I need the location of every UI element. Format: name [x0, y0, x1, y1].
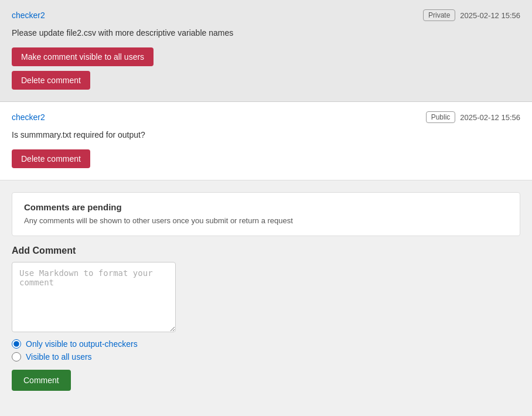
comment-date-1: 2025-02-12 15:56 [460, 11, 520, 20]
comment-actions-2: Delete comment [12, 149, 520, 168]
comment-badge-2: Public [426, 111, 456, 123]
pending-notice: Comments are pending Any comments will b… [12, 192, 520, 236]
comment-card-1: checker2 Private 2025-02-12 15:56 Please… [0, 0, 532, 102]
radio-only-checkers[interactable]: Only visible to output-checkers [12, 339, 520, 349]
comment-header-1: checker2 Private 2025-02-12 15:56 [12, 9, 520, 21]
add-comment-section: Add Comment Only visible to output-check… [0, 245, 532, 403]
radio-only-checkers-label: Only visible to output-checkers [26, 339, 138, 349]
comment-badge-1: Private [423, 9, 455, 21]
add-comment-title: Add Comment [12, 245, 520, 256]
radio-only-checkers-input[interactable] [12, 339, 21, 349]
comment-meta-1: Private 2025-02-12 15:56 [423, 9, 520, 21]
comment-text-1: Please update file2.csv with more descri… [12, 27, 520, 39]
delete-comment-button-1[interactable]: Delete comment [12, 71, 90, 90]
page-wrapper: checker2 Private 2025-02-12 15:56 Please… [0, 0, 532, 403]
pending-title: Comments are pending [24, 202, 508, 212]
radio-visible-all[interactable]: Visible to all users [12, 352, 520, 362]
comment-actions-1: Make comment visible to all users Delete… [12, 47, 520, 90]
comment-author-2[interactable]: checker2 [12, 112, 45, 122]
pending-description: Any comments will be shown to other user… [24, 216, 508, 226]
delete-comment-button-2[interactable]: Delete comment [12, 149, 90, 168]
comment-header-2: checker2 Public 2025-02-12 15:56 [12, 111, 520, 123]
comment-meta-2: Public 2025-02-12 15:56 [426, 111, 520, 123]
radio-visible-all-label: Visible to all users [26, 352, 92, 362]
submit-comment-button[interactable]: Comment [12, 370, 71, 391]
comment-card-2: checker2 Public 2025-02-12 15:56 Is summ… [0, 102, 532, 180]
radio-visible-all-input[interactable] [12, 352, 21, 362]
comment-author-1[interactable]: checker2 [12, 11, 45, 20]
visibility-options: Only visible to output-checkers Visible … [12, 339, 520, 362]
comment-text-2: Is summmary.txt required for output? [12, 129, 520, 141]
comment-textarea[interactable] [12, 262, 176, 332]
comment-date-2: 2025-02-12 15:56 [460, 113, 520, 122]
make-visible-button[interactable]: Make comment visible to all users [12, 47, 154, 66]
